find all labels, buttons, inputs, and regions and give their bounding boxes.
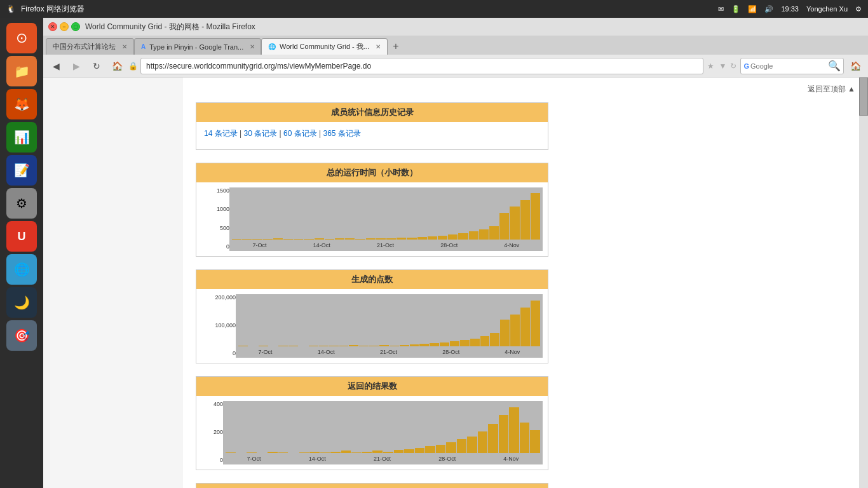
results-y-axis: 400 200 0	[201, 401, 223, 464]
os-bar-right: ✉ 🔋 📶 🔊 19:33 Yongchen Xu ⚙	[718, 5, 862, 13]
tab-bar: 中国分布式计算论坛 ✕ A Type in Pinyin - Google Tr…	[43, 36, 868, 55]
history-section-content: 14 条记录 | 30 条记录 | 60 条记录 | 365 条记录	[196, 122, 548, 149]
bar	[500, 320, 510, 346]
sidebar-icon-settings[interactable]: ⚙	[6, 188, 37, 219]
points-chart: 200,000 100,000 0 7-Oct 14-Oct 21-Oct 28…	[201, 294, 543, 358]
bookmark-home-button[interactable]: 🏠	[846, 57, 864, 75]
bar	[457, 439, 467, 453]
volume-icon: 🔊	[764, 5, 773, 13]
team-section: 团队历史记录和统计信息 统计信息的上次更新时间： 12-11-1 23:59:5…	[196, 483, 548, 488]
tab-translate-close[interactable]: ✕	[250, 43, 255, 50]
points-section: 生成的点数 200,000 100,000 0 7-Oct 14-Oct	[196, 269, 548, 363]
tab-forum[interactable]: 中国分布式计算论坛 ✕	[46, 38, 134, 55]
points-x-axis: 7-Oct 14-Oct 21-Oct 28-Oct 4-Nov	[236, 346, 543, 358]
new-tab-button[interactable]: +	[388, 38, 404, 55]
os-title: Firefox 网络浏览器	[21, 4, 85, 15]
bar	[415, 448, 425, 453]
nav-bar: ◀ ▶ ↻ 🏠 🔒 ★ ▼ ↻ G 🔍 🏠	[43, 55, 868, 78]
points-header: 生成的点数	[196, 270, 548, 289]
user-name: Yongchen Xu	[806, 5, 848, 13]
bar	[425, 446, 435, 453]
sidebar-icon-photo[interactable]: 🌙	[6, 287, 37, 318]
ry-400: 400	[214, 401, 223, 407]
clock: 19:33	[781, 5, 799, 13]
bar	[488, 424, 498, 453]
link-14[interactable]: 14 条记录	[204, 129, 238, 138]
back-button[interactable]: ◀	[47, 57, 65, 75]
bar	[458, 233, 468, 240]
sidebar-icon-misc[interactable]: 🎯	[6, 320, 37, 351]
bar	[530, 430, 540, 453]
bar	[469, 231, 478, 240]
sidebar-icon-writer[interactable]: 📝	[6, 155, 37, 186]
runtime-y-axis: 1500 1000 500 0	[201, 187, 229, 251]
tab-forum-label: 中国分布式计算论坛	[53, 42, 116, 51]
sidebar-icon-ubuntuone[interactable]: U	[6, 221, 37, 252]
window-controls: ✕ − □	[48, 22, 80, 31]
scrollbar-thumb[interactable]	[859, 78, 868, 116]
bar	[460, 340, 470, 346]
bar	[479, 229, 489, 240]
bar	[499, 415, 509, 453]
sidebar-icon-browser[interactable]: 🌐	[6, 254, 37, 285]
maximize-button[interactable]: □	[71, 22, 80, 31]
results-bars	[223, 401, 543, 453]
bar	[520, 423, 530, 453]
bar	[531, 301, 540, 346]
forward-button[interactable]: ▶	[67, 57, 85, 75]
ry-200: 200	[214, 429, 223, 435]
record-links: 14 条记录 | 30 条记录 | 60 条记录 | 365 条记录	[204, 128, 540, 139]
back-to-top: 返回至顶部 ▲	[196, 84, 855, 95]
history-section: 成员统计信息历史记录 14 条记录 | 30 条记录 | 60 条记录 | 36…	[196, 102, 548, 150]
reload-button[interactable]: ↻	[88, 57, 105, 75]
runtime-header: 总的运行时间（小时数）	[196, 163, 548, 182]
close-button[interactable]: ✕	[48, 22, 57, 31]
bar	[510, 207, 519, 240]
settings-icon: ⚙	[855, 5, 862, 13]
link-60[interactable]: 60 条记录	[283, 129, 317, 138]
os-bar-left: 🐧 Firefox 网络浏览器	[6, 4, 85, 15]
os-bar: 🐧 Firefox 网络浏览器 ✉ 🔋 📶 🔊 19:33 Yongchen X…	[0, 0, 868, 18]
home-button[interactable]: 🏠	[108, 57, 126, 75]
search-icon: 🔍	[828, 60, 841, 72]
sidebar: ⊙ 📁 🦊 📊 📝 ⚙ U 🌐 🌙 🎯	[0, 18, 43, 488]
link-30[interactable]: 30 条记录	[243, 129, 277, 138]
results-header: 返回的结果数	[196, 377, 548, 396]
scrollbar[interactable]	[859, 78, 868, 488]
results-chart-area: 7-Oct 14-Oct 21-Oct 28-Oct 4-Nov	[223, 401, 543, 464]
tab-wcg-close[interactable]: ✕	[376, 43, 381, 50]
battery-icon: 🔋	[731, 5, 740, 13]
bar	[467, 437, 477, 453]
bar	[520, 200, 530, 240]
tab-forum-close[interactable]: ✕	[122, 43, 127, 50]
sidebar-icon-calc[interactable]: 📊	[6, 122, 37, 152]
email-icon: ✉	[718, 5, 724, 13]
wifi-icon: 📶	[748, 5, 757, 13]
points-content: 200,000 100,000 0 7-Oct 14-Oct 21-Oct 28…	[196, 289, 548, 363]
tab-translate[interactable]: A Type in Pinyin - Google Tran... ✕	[134, 38, 261, 55]
sidebar-icon-ubuntu[interactable]: ⊙	[6, 23, 37, 53]
bar	[470, 339, 480, 346]
bar	[489, 226, 499, 240]
content-area: 返回至顶部 ▲ 成员统计信息历史记录 14 条记录 | 30 条记录 | 60 …	[43, 78, 868, 488]
runtime-section: 总的运行时间（小时数） 1500 1000 500 0 7-Oct	[196, 163, 548, 257]
points-chart-area: 7-Oct 14-Oct 21-Oct 28-Oct 4-Nov	[236, 294, 543, 358]
sidebar-icon-firefox[interactable]: 🦊	[6, 89, 37, 119]
url-bar[interactable]	[140, 58, 703, 74]
tab-translate-label: Type in Pinyin - Google Tran...	[149, 43, 243, 51]
results-section: 返回的结果数 400 200 0 7-Oct 14-Oct	[196, 376, 548, 470]
tab-wcg[interactable]: 🌐 World Community Grid - 我... ✕	[261, 38, 388, 55]
search-input[interactable]	[750, 62, 827, 70]
bar	[520, 308, 530, 346]
minimize-button[interactable]: −	[60, 22, 69, 31]
link-365[interactable]: 365 条记录	[323, 129, 360, 138]
runtime-content: 1500 1000 500 0 7-Oct 14-Oct 21-Oct 28	[196, 182, 548, 256]
results-content: 400 200 0 7-Oct 14-Oct 21-Oct 28-Oct	[196, 396, 548, 470]
points-y-axis: 200,000 100,000 0	[201, 294, 236, 358]
sidebar-icon-files[interactable]: 📁	[6, 56, 37, 86]
y-500: 500	[220, 225, 229, 231]
runtime-chart: 1500 1000 500 0 7-Oct 14-Oct 21-Oct 28	[201, 187, 543, 251]
back-to-top-link[interactable]: 返回至顶部 ▲	[808, 85, 855, 93]
runtime-bars	[229, 187, 543, 240]
os-logo: 🐧	[6, 4, 16, 13]
